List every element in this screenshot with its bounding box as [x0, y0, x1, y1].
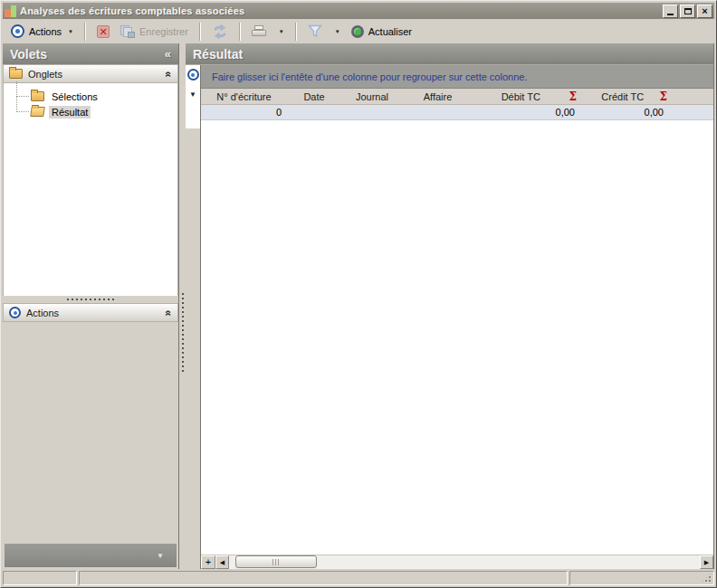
- column-header-credit-tc[interactable]: Crédit TC Σ: [586, 90, 676, 103]
- actions-section-body: [3, 322, 178, 544]
- status-cell-right: [569, 571, 714, 585]
- save-button[interactable]: Enregistrer: [116, 24, 193, 40]
- app-icon-green: [11, 5, 16, 17]
- grid-bottom-bar: + ◀ ▶: [201, 555, 713, 569]
- print-options-button[interactable]: ▼: [272, 27, 289, 36]
- add-row-button[interactable]: +: [201, 555, 215, 569]
- summary-credit-value: 0,00: [586, 107, 676, 118]
- splitter-grip-dots: [182, 293, 184, 375]
- tree-connector: [16, 81, 29, 97]
- actions-section-label: Actions: [26, 308, 59, 318]
- delete-icon: ✕: [97, 25, 110, 38]
- toolbar-separator: [239, 23, 241, 41]
- folder-open-icon: [30, 107, 45, 117]
- chevron-double-up-icon[interactable]: «: [163, 309, 176, 316]
- volets-panel-header: Volets «: [3, 43, 178, 64]
- chevron-double-up-icon[interactable]: «: [163, 71, 176, 77]
- chevron-down-icon[interactable]: ▼: [189, 90, 196, 99]
- chevron-down-icon: ▼: [68, 29, 73, 34]
- maximize-icon: [684, 8, 692, 14]
- save-icon: [120, 25, 135, 38]
- vertical-splitter[interactable]: [179, 43, 186, 569]
- window-title: Analyses des écritures comptables associ…: [20, 5, 663, 16]
- refresh-label: Actualiser: [368, 26, 412, 37]
- actions-menu-button[interactable]: Actions ▼: [6, 23, 78, 40]
- chevron-down-icon: ▼: [279, 29, 284, 34]
- scroll-left-button[interactable]: ◀: [215, 555, 229, 569]
- target-icon: [11, 24, 24, 38]
- filter-options-button[interactable]: ▼: [329, 27, 345, 36]
- column-header-date[interactable]: Date: [287, 91, 341, 102]
- group-by-bar[interactable]: Faire glisser ici l'entête d'une colonne…: [201, 65, 713, 89]
- toolbar: Actions ▼ ✕ Enregistrer ▼: [3, 19, 714, 43]
- tree-item-label: Sélections: [49, 90, 100, 103]
- column-header-label: Débit TC: [473, 91, 569, 102]
- tree-item-selections[interactable]: Sélections: [11, 89, 174, 104]
- minimize-button[interactable]: [663, 5, 678, 18]
- sum-sigma-icon[interactable]: Σ: [569, 90, 586, 103]
- refresh-icon: [351, 25, 364, 38]
- delete-button[interactable]: ✕: [92, 24, 114, 40]
- filter-icon: [308, 24, 322, 38]
- app-icon-orange: [5, 9, 11, 17]
- close-icon: ×: [702, 6, 707, 16]
- scrollbar-thumb[interactable]: [235, 555, 317, 568]
- grid-header-row: N° d'écriture Date Journal Affaire Débit…: [201, 89, 713, 105]
- tree-connector: [16, 97, 29, 112]
- minimize-icon: [667, 14, 674, 15]
- volets-panel: Volets « Onglets « Sélections: [3, 43, 179, 569]
- resultat-panel-content: ▼ Faire glisser ici l'entête d'une colon…: [186, 64, 713, 569]
- horizontal-splitter[interactable]: [3, 296, 178, 303]
- group-by-hint: Faire glisser ici l'entête d'une colonne…: [212, 71, 527, 82]
- onglets-section-label: Onglets: [28, 69, 62, 80]
- splitter-grip-dots: [67, 299, 114, 300]
- tree-item-label: Résultat: [49, 106, 91, 119]
- panel-footer-bar[interactable]: ▼: [5, 544, 177, 567]
- resultat-panel-header: Résultat: [186, 43, 713, 64]
- title-bar[interactable]: Analyses des écritures comptables associ…: [3, 3, 714, 19]
- grid-side-gutter-buttons: ▼: [186, 65, 200, 128]
- volets-panel-content: Onglets « Sélections Résultat: [3, 64, 178, 569]
- onglets-section-header[interactable]: Onglets «: [3, 64, 178, 83]
- horizontal-scrollbar[interactable]: ◀ ▶: [215, 555, 713, 569]
- app-icon: [5, 5, 16, 17]
- target-icon: [9, 307, 21, 318]
- collapse-panel-icon[interactable]: «: [165, 47, 171, 61]
- summary-necriture-value: 0: [201, 107, 287, 118]
- grid-summary-row: 0 0,00 0,00: [201, 105, 713, 120]
- grid-side-gutter: ▼: [186, 65, 201, 569]
- summary-debit-value: 0,00: [473, 107, 586, 118]
- actions-section-header[interactable]: Actions «: [3, 303, 178, 322]
- toolbar-separator: [295, 23, 297, 41]
- print-button[interactable]: [247, 24, 271, 39]
- grid-empty-area: [201, 120, 713, 555]
- sync-button[interactable]: [207, 23, 233, 41]
- filter-button[interactable]: [303, 23, 327, 40]
- column-header-affaire[interactable]: Affaire: [403, 91, 473, 102]
- status-cell-middle: [79, 571, 568, 585]
- status-cell-left: [3, 571, 77, 585]
- close-button[interactable]: ×: [697, 5, 712, 18]
- maximize-button[interactable]: [680, 5, 695, 18]
- column-header-debit-tc[interactable]: Débit TC Σ: [473, 90, 586, 103]
- window-controls: ×: [663, 5, 712, 18]
- actions-menu-label: Actions: [29, 26, 62, 37]
- sum-sigma-icon[interactable]: Σ: [660, 90, 676, 103]
- resultat-panel: Résultat ▼ Faire glisser ici l'entête d'…: [186, 43, 714, 569]
- window-body: Volets « Onglets « Sélections: [3, 43, 714, 569]
- results-grid: Faire glisser ici l'entête d'une colonne…: [201, 65, 713, 569]
- volets-panel-title: Volets: [10, 47, 47, 62]
- toolbar-separator: [199, 23, 201, 41]
- scroll-right-button[interactable]: ▶: [700, 555, 713, 569]
- column-header-necriture[interactable]: N° d'écriture: [201, 91, 287, 102]
- tree-item-resultat[interactable]: Résultat: [11, 104, 174, 119]
- scrollbar-track[interactable]: [229, 555, 700, 569]
- toolbar-separator: [84, 23, 86, 41]
- status-bar: [3, 569, 714, 585]
- resultat-panel-title: Résultat: [193, 47, 243, 62]
- sync-icon: [212, 24, 228, 39]
- column-header-journal[interactable]: Journal: [341, 91, 403, 102]
- scrollbar-grip: [272, 559, 280, 565]
- refresh-button[interactable]: Actualiser: [347, 24, 416, 40]
- target-icon[interactable]: [187, 69, 199, 81]
